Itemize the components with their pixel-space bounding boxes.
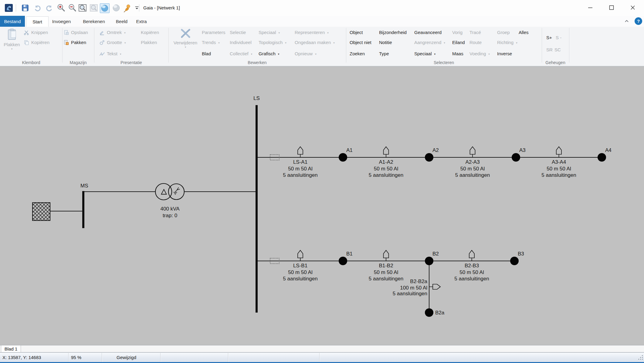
transformer-primary-winding[interactable] [155, 183, 172, 200]
ribbon-item-speciaal[interactable]: Speciaal▾ [414, 51, 436, 57]
tab-bestand[interactable]: Bestand [0, 16, 25, 27]
pin-icon[interactable] [122, 3, 131, 12]
diagram-label: 5 aansluitingen [369, 172, 403, 178]
ribbon-item-alles[interactable]: Alles [519, 29, 529, 36]
ribbon-item-notitie[interactable]: Notitie [379, 39, 392, 46]
store-take-icon [63, 40, 69, 45]
dropdown-icon: ▾ [279, 30, 280, 36]
tab-invoegen[interactable]: Invoegen [49, 16, 74, 27]
ribbon-item-trends: Trends▾ [202, 39, 220, 46]
copy-icon [24, 40, 29, 45]
sphere-icon[interactable] [112, 3, 121, 12]
ribbon-item-s: S - [556, 35, 561, 41]
resize-grip[interactable] [636, 355, 643, 361]
ribbon-item-s+[interactable]: S+ [546, 35, 552, 41]
diagram-label: 50 m 50 Al [547, 166, 571, 172]
tab-berekenen[interactable]: Berekenen [80, 16, 108, 27]
ribbon-item-zoeken[interactable]: Zoeken [350, 51, 365, 57]
redo-icon[interactable] [45, 3, 54, 12]
tab-start[interactable]: Start [26, 16, 49, 27]
svg-text:A: A [100, 52, 103, 57]
busbar-ls[interactable] [256, 105, 258, 313]
ribbon-item-plakken: Plakken▾ [2, 28, 22, 50]
diagram-label: 50 m 50 Al [288, 269, 312, 275]
sheet-tab-bar: Blad 1 [0, 345, 644, 352]
node-A4[interactable] [598, 153, 606, 162]
tab-beeld[interactable]: Beeld [112, 16, 131, 27]
external-source-symbol[interactable] [32, 203, 50, 221]
save-icon[interactable] [21, 3, 30, 12]
zoom-out-icon[interactable] [68, 3, 77, 12]
dropdown-icon: ▾ [434, 51, 436, 57]
gaia-logo-icon[interactable] [4, 3, 13, 12]
node-B2a[interactable] [425, 308, 433, 317]
ribbon-item-bijzonderheid[interactable]: Bijzonderheid [379, 29, 407, 36]
ribbon-item-knippen: Knippen [24, 29, 48, 36]
ribbon-item-blad[interactable]: Blad [202, 51, 211, 57]
ribbon-tab-row: Bestand Start Invoegen Berekenen Beeld E… [0, 16, 644, 27]
node-B3[interactable] [510, 257, 519, 265]
ribbon-item-opnieuw: Opnieuw▾ [295, 51, 317, 57]
tab-extra[interactable]: Extra [132, 16, 151, 27]
ribbon-item-kopi-ren: Kopiëren [24, 39, 49, 46]
node-A1[interactable] [339, 153, 347, 162]
house-connection-icon [429, 284, 440, 289]
collapse-ribbon-button[interactable] [623, 18, 630, 26]
ribbon-group-klembord: Plakken▾KnippenKopiërenKlembord [0, 27, 62, 66]
ribbon-item-geavanceerd[interactable]: Geavanceerd [414, 29, 442, 36]
busbar-ls-label: LS [253, 95, 260, 101]
busbar-ms[interactable] [82, 191, 84, 228]
ribbon-item-grafisch[interactable]: Grafisch▾ [259, 51, 279, 57]
svg-text:?: ? [637, 19, 640, 24]
ribbon: Plakken▾KnippenKopiërenKlembordOpslaanPa… [0, 27, 644, 66]
network-canvas[interactable]: MS400 kVAtrap: 0LSLS-A150 m 50 Al5 aansl… [0, 66, 644, 345]
ribbon-item-type[interactable]: Type [379, 51, 389, 57]
ribbon-item-inverse[interactable]: Inverse [497, 51, 512, 57]
node-A3[interactable] [512, 153, 520, 162]
node-label-A2: A2 [432, 147, 439, 153]
diagram-label: 5 aansluitingen [369, 276, 403, 282]
status-coordinates: X: 13587, Y: 14683 [2, 353, 41, 362]
sphere-active-icon[interactable] [100, 3, 110, 13]
node-B1[interactable] [339, 257, 347, 265]
node-label-A4: A4 [605, 147, 612, 153]
ribbon-item-object-niet[interactable]: Object niet [350, 39, 371, 46]
minimize-button[interactable] [585, 3, 595, 12]
node-label-A3: A3 [519, 147, 526, 153]
ribbon-item-eiland[interactable]: Eiland [452, 39, 465, 46]
ribbon-item-object[interactable]: Object [350, 29, 363, 36]
diagram-label: 50 m 50 Al [374, 269, 398, 275]
undo-icon[interactable] [33, 3, 42, 12]
scissors-icon [24, 30, 29, 35]
ribbon-item-ongedaan-maken: Ongedaan maken▾ [295, 39, 335, 46]
dropdown-icon: ▾ [333, 40, 335, 46]
house-connection-icon [469, 250, 474, 261]
qat-divider [139, 4, 139, 12]
house-connection-icon [298, 147, 303, 157]
ribbon-group-label: Magazijn [62, 60, 94, 65]
sheet-tab-blad1[interactable]: Blad 1 [1, 345, 21, 352]
zoom-in-icon[interactable] [56, 3, 66, 12]
title-bar: Gaia - [Netwerk 1] [0, 0, 644, 16]
minimize-icon [587, 5, 593, 11]
node-B2[interactable] [425, 257, 433, 265]
help-button[interactable]: ? [634, 17, 642, 26]
close-button[interactable] [628, 3, 638, 12]
qat-menu-icon[interactable] [132, 3, 141, 12]
maximize-button[interactable] [607, 3, 616, 12]
ribbon-item-sr: SR [546, 47, 553, 53]
diagram-label: B1-B2 [379, 263, 393, 269]
ribbon-item-kopi-ren: Kopiëren [141, 29, 159, 36]
node-A2[interactable] [425, 153, 433, 162]
ribbon-item-verwijderen: Verwijderen▾ [171, 28, 200, 49]
ribbon-item-collectief: Collectief▾ [230, 51, 252, 57]
ribbon-item-maas[interactable]: Maas [452, 51, 463, 57]
transformer-secondary-winding[interactable] [168, 184, 184, 200]
zoom-previous-icon[interactable] [89, 3, 98, 12]
size-icon [99, 40, 105, 45]
dropdown-icon: ▾ [285, 40, 286, 46]
ribbon-item-pakken[interactable]: Pakken [63, 39, 86, 46]
diagram-label: 5 aansluitingen [283, 276, 317, 282]
ribbon-item-grootte: Grootte▾ [99, 39, 126, 46]
zoom-window-icon[interactable] [78, 3, 87, 12]
